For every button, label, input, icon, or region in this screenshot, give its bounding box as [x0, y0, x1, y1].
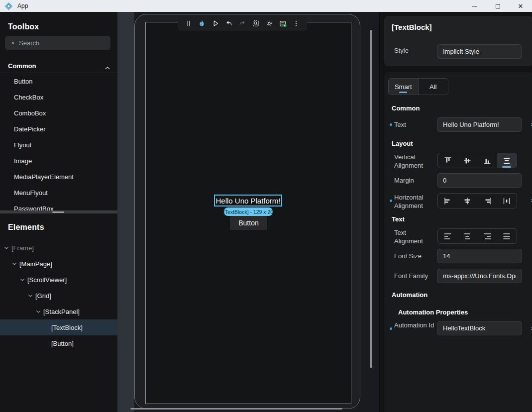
font-size-input[interactable]	[437, 249, 522, 263]
hot-reload-flame-icon[interactable]	[196, 17, 208, 29]
align-right-icon	[482, 196, 492, 206]
stretch-vertical-icon	[502, 156, 512, 166]
tree-item[interactable]: [TextBlock]	[0, 319, 117, 335]
chevron-down-icon[interactable]	[28, 294, 35, 298]
toolbox-item[interactable]: PasswordBox	[0, 201, 117, 216]
toolbox-item-label: MenuFlyout	[14, 189, 48, 197]
tree-item-label: [Button]	[51, 340, 74, 347]
tree-item-label: [Frame]	[11, 244, 34, 252]
minimize-button[interactable]	[463, 0, 486, 12]
toolbox-item[interactable]: CheckBox	[0, 89, 117, 105]
maximize-icon	[496, 4, 500, 8]
halign-stretch-button[interactable]	[497, 194, 517, 208]
text-align-justify-button[interactable]	[497, 229, 517, 243]
halign-center-button[interactable]	[458, 194, 478, 208]
toolbox-item[interactable]: DatePicker	[0, 121, 117, 137]
canvas-textblock[interactable]: Hello Uno Platform!	[215, 197, 280, 205]
valign-bottom-button[interactable]	[477, 153, 497, 168]
text-align-left-button[interactable]	[438, 229, 458, 243]
valign-stretch-button[interactable]	[497, 153, 517, 168]
section-label: Common	[8, 62, 36, 70]
halign-right-button[interactable]	[477, 194, 497, 208]
tree-item-label: [ScrollViewer]	[27, 276, 67, 284]
canvas-horizontal-scrollbar[interactable]	[130, 408, 342, 410]
halign-left-button[interactable]	[438, 194, 458, 208]
modified-indicator-dot	[390, 200, 392, 202]
toolbox-item-label: Button	[14, 78, 33, 85]
chevron-down-icon[interactable]	[4, 246, 11, 250]
tree-item-label: [MainPage]	[19, 260, 52, 268]
toolbox-item-label: ComboBox	[14, 109, 46, 117]
canvas-button[interactable]: Button	[230, 216, 267, 230]
tree-item[interactable]: [ScrollViewer]	[0, 272, 117, 288]
valign-center-button[interactable]	[458, 153, 478, 168]
tree-item[interactable]: [Grid]	[0, 288, 117, 304]
play-button[interactable]	[210, 17, 221, 29]
chevron-down-icon[interactable]	[12, 262, 19, 266]
toolbox-search[interactable]	[5, 36, 110, 50]
chevron-down-icon[interactable]	[20, 278, 27, 282]
close-button[interactable]: ✕	[509, 0, 532, 12]
margin-label: Margin	[394, 177, 435, 185]
selection-size-badge: [TextBlock] - 129 x 20	[224, 207, 273, 216]
redo-button[interactable]	[236, 17, 248, 29]
design-canvas: Hello Uno Platform! [TextBlock] - 129 x …	[117, 12, 379, 412]
element-inspect-button[interactable]	[250, 17, 262, 29]
toolbox-item[interactable]: Image	[0, 153, 117, 169]
tree-item-label: [StackPanel]	[43, 308, 80, 315]
undo-button[interactable]	[223, 17, 235, 29]
tab-all[interactable]: All	[419, 79, 448, 95]
font-family-input[interactable]	[437, 269, 522, 283]
automation-id-label: Automation Id	[394, 321, 435, 330]
text-input[interactable]	[437, 117, 522, 132]
section-layout: Layout	[392, 140, 413, 147]
tab-smart[interactable]: Smart	[389, 79, 419, 95]
app-logo-icon	[4, 2, 13, 10]
align-center-horizontal-icon	[462, 196, 472, 206]
selected-alignment-indicator	[502, 166, 511, 168]
section-automation: Automation	[392, 291, 427, 299]
tree-item[interactable]: [Button]	[0, 335, 117, 351]
active-tab-indicator	[399, 92, 407, 93]
designer-toolbar	[178, 16, 307, 31]
search-input[interactable]	[19, 39, 106, 47]
vertical-alignment-label: Vertical Alignment	[394, 153, 435, 170]
left-sidebar: Toolbox Common Button CheckBox ComboBox	[0, 12, 117, 412]
toolbox-list: Button CheckBox ComboBox DatePicker Flyo…	[0, 73, 117, 216]
tree-item[interactable]: [Frame]	[0, 240, 117, 256]
canvas-vertical-scrollbar[interactable]	[370, 30, 372, 368]
form-validation-button[interactable]	[277, 17, 289, 29]
theme-toggle-sun-icon[interactable]	[263, 17, 275, 29]
toolbox-item[interactable]: MenuFlyout	[0, 185, 117, 201]
text-align-right-button[interactable]	[477, 229, 497, 243]
toolbox-item[interactable]: Flyout	[0, 137, 117, 153]
more-options-kebab-icon[interactable]	[290, 17, 302, 29]
toolbox-horizontal-scrollbar[interactable]	[0, 210, 117, 213]
section-text: Text	[392, 215, 405, 223]
tree-item[interactable]: [StackPanel]	[0, 304, 117, 319]
align-top-icon	[443, 156, 453, 166]
toolbox-item[interactable]: Button	[0, 73, 117, 89]
style-input[interactable]	[437, 44, 522, 59]
font-family-label: Font Family	[394, 272, 435, 281]
maximize-button[interactable]	[486, 0, 509, 12]
margin-input[interactable]	[437, 173, 522, 188]
text-label: Text	[394, 121, 435, 129]
panel-splitter[interactable]	[117, 12, 134, 412]
toolbox-item[interactable]: MediaPlayerElement	[0, 169, 117, 185]
toolbox-item[interactable]: ComboBox	[0, 105, 117, 121]
toolbox-section-header[interactable]: Common	[0, 59, 117, 73]
titlebar: App ✕	[0, 0, 532, 12]
chevron-down-icon[interactable]	[36, 310, 43, 313]
text-align-center-button[interactable]	[458, 229, 478, 243]
text-align-center-icon	[462, 231, 472, 241]
toolbar-drag-handle[interactable]	[183, 17, 195, 29]
selected-element-title: [TextBlock]	[392, 23, 432, 31]
horizontal-alignment-label: Horizontal Alignment	[394, 194, 435, 210]
valign-top-button[interactable]	[438, 153, 458, 168]
scrollbar-thumb[interactable]	[52, 211, 64, 213]
toolbox-item-label: DatePicker	[14, 125, 46, 133]
automation-id-input[interactable]	[437, 321, 522, 335]
tree-item[interactable]: [MainPage]	[0, 256, 117, 272]
text-align-right-icon	[482, 231, 492, 241]
